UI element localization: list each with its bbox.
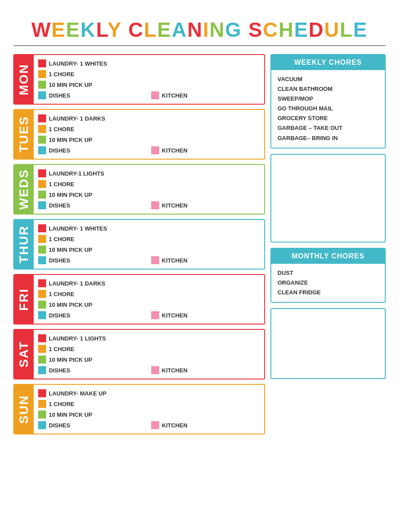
color-box [38, 279, 46, 287]
day-card-weds: WEDSLAUNDRY-1 LIGHTS1 CHORE10 MIN PICK U… [13, 164, 265, 215]
chore-text: 1 CHORE [49, 291, 74, 297]
chore-text: 10 MIN PICK UP [49, 82, 92, 88]
chore-text: LAUNDRY- 1 DARKS [49, 280, 105, 287]
chore-item: 1 CHORE [38, 69, 147, 79]
chore-text: 1 CHORE [49, 71, 74, 78]
color-box [38, 334, 46, 342]
color-box [38, 224, 46, 232]
chore-text-right: KITCHEN [162, 202, 188, 209]
chore-text: 10 MIN PICK UP [49, 192, 92, 198]
chore-text: LAUNDRY- 1 LIGHTS [49, 335, 106, 342]
weekly-chore-item: VACUUM [278, 74, 379, 84]
chore-item-right: KITCHEN [151, 90, 260, 100]
day-label-fri: FRI [14, 275, 34, 324]
color-box [38, 256, 46, 264]
color-box-right [151, 311, 159, 319]
chore-item: DISHES [38, 200, 147, 210]
color-box [38, 389, 46, 397]
day-label-thur: THUR [14, 220, 34, 269]
chore-text: 10 MIN PICK UP [49, 411, 92, 418]
day-content-sun: LAUNDRY- MAKE UP1 CHORE10 MIN PICK UPDIS… [34, 385, 264, 434]
chore-item: 10 MIN PICK UP [38, 80, 147, 90]
chore-item-right: KITCHEN [151, 255, 260, 265]
day-card-thur: THURLAUNDRY- 1 WHITES1 CHORE10 MIN PICK … [13, 219, 265, 270]
chore-text: DISHES [49, 147, 70, 154]
chore-text-right: KITCHEN [162, 422, 188, 429]
weekly-chore-item: GARBAGE – TAKE OUT [278, 123, 379, 133]
color-box-right [151, 201, 159, 209]
day-card-sat: SATLAUNDRY- 1 LIGHTS1 CHORE10 MIN PICK U… [13, 329, 265, 379]
day-label-weds: WEDS [14, 165, 34, 214]
day-card-tues: TUESLAUNDRY- 1 DARKS1 CHORE10 MIN PICK U… [13, 109, 265, 160]
color-box-right [151, 91, 159, 99]
chore-text: DISHES [49, 312, 70, 319]
chore-item-right: KITCHEN [151, 420, 260, 430]
color-box [38, 114, 46, 122]
monthly-chore-item: ORGANIZE [278, 278, 379, 288]
chore-item: LAUNDRY-1 LIGHTS [38, 168, 147, 178]
chore-item: 10 MIN PICK UP [38, 190, 147, 200]
chore-item: 10 MIN PICK UP [38, 410, 147, 419]
color-box [38, 59, 46, 67]
color-box [38, 201, 46, 209]
monthly-chore-item: DUST [278, 268, 379, 278]
chore-item: DISHES [38, 310, 147, 320]
day-label-sat: SAT [14, 330, 34, 379]
chore-text: 10 MIN PICK UP [49, 301, 92, 308]
color-box [38, 421, 46, 429]
chore-text: DISHES [49, 257, 70, 264]
weekly-chore-item: SWEEP/MOP [278, 94, 379, 104]
chore-item: 10 MIN PICK UP [38, 355, 147, 364]
chore-item: LAUNDRY- 1 DARKS [38, 113, 147, 123]
chore-text: DISHES [49, 92, 70, 99]
chore-item: LAUNDRY- 1 WHITES [38, 59, 147, 68]
page-title: WEEKLY CLEANING SCHEDULE [13, 18, 386, 46]
color-box [38, 70, 46, 78]
color-box [38, 81, 46, 89]
color-box [38, 146, 46, 154]
color-box [38, 246, 46, 254]
day-content-thur: LAUNDRY- 1 WHITES1 CHORE10 MIN PICK UPDI… [34, 220, 264, 269]
day-content-fri: LAUNDRY- 1 DARKS1 CHORE10 MIN PICK UPDIS… [34, 275, 264, 324]
days-column: MONLAUNDRY- 1 WHITES1 CHORE10 MIN PICK U… [13, 54, 265, 434]
day-content-mon: LAUNDRY- 1 WHITES1 CHORE10 MIN PICK UPDI… [34, 55, 264, 104]
chore-item: 10 MIN PICK UP [38, 245, 147, 254]
weekly-chores-body: VACUUMCLEAN BATHROOMSWEEP/MOPGO THROUGH … [271, 70, 385, 148]
day-card-fri: FRILAUNDRY- 1 DARKS1 CHORE10 MIN PICK UP… [13, 274, 265, 325]
color-box [38, 191, 46, 199]
weekly-chore-item: GROCERY STORE [278, 113, 379, 123]
color-box-right [151, 256, 159, 264]
chore-text: DISHES [49, 367, 70, 374]
chore-text-right: KITCHEN [162, 367, 188, 374]
side-column: WEEKLY CHORES VACUUMCLEAN BATHROOMSWEEP/… [270, 54, 386, 379]
chore-item: 10 MIN PICK UP [38, 135, 147, 145]
monthly-chores-panel: MONTHLY CHORES DUSTORGANIZECLEAN FRIDGE [270, 248, 386, 303]
chore-item: DISHES [38, 420, 147, 430]
weekly-chores-header: WEEKLY CHORES [271, 55, 385, 70]
chore-item: 1 CHORE [38, 344, 147, 354]
chore-item-right: KITCHEN [151, 145, 260, 155]
color-box-right [151, 366, 159, 374]
color-box [38, 235, 46, 243]
color-box-right [151, 421, 159, 429]
day-card-mon: MONLAUNDRY- 1 WHITES1 CHORE10 MIN PICK U… [13, 54, 265, 105]
chore-item-right: KITCHEN [151, 200, 260, 210]
chore-text-right: KITCHEN [162, 312, 188, 319]
color-box [38, 411, 46, 419]
chore-text: LAUNDRY- 1 WHITES [49, 60, 107, 67]
chore-text: 10 MIN PICK UP [49, 137, 92, 143]
chore-item: LAUNDRY- 1 LIGHTS [38, 333, 147, 343]
monthly-spacer [270, 308, 386, 379]
day-card-sun: SUNLAUNDRY- MAKE UP1 CHORE10 MIN PICK UP… [13, 384, 265, 434]
chore-item-right: KITCHEN [151, 365, 260, 375]
chore-item: DISHES [38, 145, 147, 155]
chore-item: 1 CHORE [38, 289, 147, 299]
color-box [38, 366, 46, 374]
weekly-chore-item: CLEAN BATHROOM [278, 84, 379, 94]
chore-text: 1 CHORE [49, 236, 74, 243]
color-box [38, 356, 46, 364]
weekly-chore-item: GARBAGE– BRING IN [278, 133, 379, 143]
chore-item: 1 CHORE [38, 234, 147, 244]
day-label-tues: TUES [14, 110, 34, 159]
color-box [38, 91, 46, 99]
